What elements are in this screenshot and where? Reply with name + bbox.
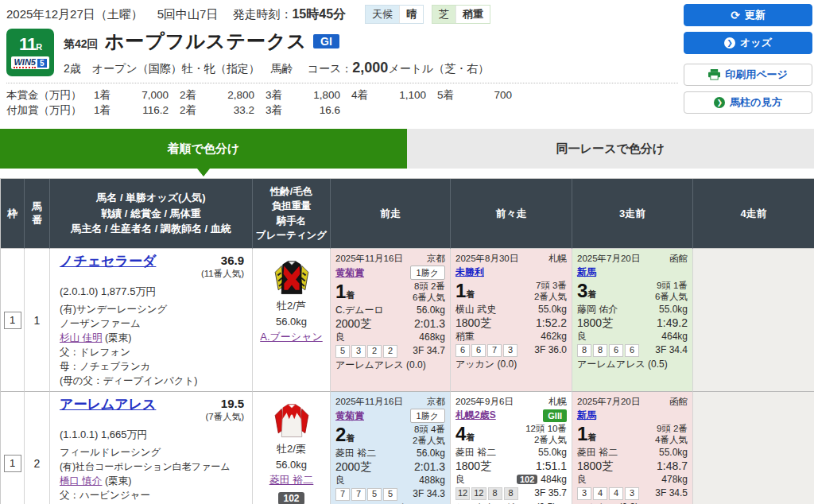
past-race-cell: 2025年7月20日函館 新馬 3着 9頭 1番6番人気 藤岡 佑介55.0kg…: [572, 249, 693, 392]
col-header-3races-ago: 3走前: [572, 179, 693, 249]
corner-positions: 7755: [335, 488, 397, 501]
profile-cell: 牡2/芦 56.0kg A.ブーシャン: [253, 249, 331, 392]
race-name: ホープフルステークス: [105, 29, 308, 54]
tab-color-by-place[interactable]: 着順で色分け: [0, 129, 407, 169]
past-race-cell: 2025年9月6日札幌 札幌2歳SGIII 4着 12頭 10番2番人気 菱田 …: [451, 392, 572, 504]
col-header-profile: 性齢/毛色負担重量騎手名ブレーティング: [253, 179, 331, 249]
frame-cell: 1: [1, 249, 25, 392]
horse-number-cell: 2: [25, 392, 50, 504]
past-race-cell-empty: [693, 392, 814, 504]
popularity: (11番人気): [201, 269, 244, 278]
print-button[interactable]: 印刷用ページ: [684, 64, 812, 86]
corner-positions: 121288: [455, 487, 518, 500]
past-race-link[interactable]: 新馬: [577, 266, 596, 279]
refresh-button[interactable]: ⟳更新: [684, 4, 812, 26]
arrow-circle-icon: ❯: [714, 97, 725, 108]
past-jockey: 藤岡 佑介: [577, 303, 618, 316]
turf-badge: 芝 稍重: [432, 5, 490, 24]
grade-badge: GI: [313, 34, 339, 48]
turf-value: 稍重: [455, 6, 490, 23]
guide-button[interactable]: ❯馬柱の見方: [684, 91, 812, 114]
race-conditions: 2歳 オープン（国際）牡・牝（指定） 馬齢 コース：2,000メートル（芝・右）: [64, 60, 489, 76]
col-header-frame: 枠: [1, 179, 25, 249]
rating-badge: 102: [517, 475, 537, 484]
past-race-link[interactable]: 黄菊賞: [335, 409, 364, 423]
past-race-cell-empty: [693, 249, 814, 392]
col-header-number: 馬番: [25, 179, 50, 249]
sire: 父：ハービンジャー: [60, 488, 244, 502]
jockey-link[interactable]: A.ブーシャン: [260, 330, 323, 344]
past-race-cell: 2025年7月20日函館 新馬 1着 9頭 2番4番人気 菱田 裕二55.0kg…: [572, 392, 693, 504]
sire: 父：ドレフォン: [60, 345, 244, 359]
race-number: 11R: [19, 36, 41, 53]
past-race-link[interactable]: 未勝利: [455, 266, 484, 279]
race-card-table: 枠 馬番 馬名 / 単勝オッズ(人気)戦績 / 総賞金 / 馬体重馬主名 / 生…: [0, 178, 814, 504]
col-header-horse: 馬名 / 単勝オッズ(人気)戦績 / 総賞金 / 馬体重馬主名 / 生産者名 /…: [50, 179, 253, 249]
weather-badge: 天候 晴: [365, 5, 424, 24]
horse-name-link[interactable]: アーレムアレス: [60, 397, 156, 412]
past-race-link[interactable]: 新馬: [577, 409, 596, 422]
corner-positions: 8866: [577, 344, 639, 357]
margin-rival: アーレムアレス (0.5): [577, 358, 688, 371]
weather-value: 晴: [399, 6, 423, 23]
past-race-link[interactable]: 札幌2歳S: [455, 409, 496, 422]
horse-info-cell: ノチェセラーダ 36.9(11番人気) (2.0.1.0) 1,877.5万円 …: [50, 249, 253, 392]
race-date: 2025年12月27日（土曜）: [6, 7, 143, 22]
race-number-badge: 11R WIN5 5: [6, 29, 54, 76]
carried-weight: 56.0kg: [276, 459, 307, 471]
carried-weight: 56.0kg: [276, 316, 307, 328]
past-jockey: 菱田 裕二: [335, 447, 376, 460]
trainer-link[interactable]: 杉山 佳明: [60, 332, 102, 343]
past-race-cell: 2025年11月16日京都 黄菊賞1勝ク 2着 8頭 4番2番人気 菱田 裕二5…: [331, 392, 451, 504]
profile-cell: 牡2/栗 56.0kg 菱田 裕二 102: [253, 392, 331, 504]
corner-positions: 6673: [455, 344, 517, 357]
odds-button[interactable]: ❯オッズ: [684, 32, 812, 54]
race-title: 第42回 ホープフルステークス GI: [64, 29, 489, 54]
meeting-info: 5回中山7日: [157, 7, 219, 22]
margin-rival: アッカン (0.0): [455, 358, 567, 371]
corner-positions: 5322: [335, 345, 397, 358]
class-badge: 1勝ク: [410, 409, 445, 423]
color-mode-tabs: 着順で色分け 同一レースで色分け: [0, 129, 814, 169]
start-time: 発走時刻：15時45分: [232, 6, 346, 23]
frame-cell: 1: [1, 392, 25, 504]
record-earnings: (1.1.0.1) 1,665万円: [60, 428, 244, 442]
past-race-link[interactable]: 黄菊賞: [335, 266, 364, 280]
margin-rival: ショウナンガルフ (0.5): [455, 501, 567, 504]
breeder-name: ノーザンファーム: [60, 316, 244, 331]
action-buttons: ⟳更新 ❯オッズ 印刷用ページ ❯馬柱の見方: [684, 4, 812, 114]
class-badge: 1勝ク: [410, 266, 445, 280]
refresh-icon: ⟳: [731, 10, 740, 21]
col-header-last-race: 前走: [331, 179, 451, 249]
past-race-cell: 2025年11月16日京都 黄菊賞1勝ク 1着 8頭 2番6番人気 C.デムーロ…: [331, 249, 451, 392]
condition-badges: 天候 晴 芝 稍重: [365, 5, 490, 24]
grade3-badge: GIII: [543, 409, 567, 422]
record-earnings: (2.0.1.0) 1,877.5万円: [60, 285, 244, 299]
trainer-link[interactable]: 橋口 慎介: [60, 475, 102, 487]
owner-name: フィールドレーシング: [60, 445, 244, 459]
past-jockey: C.デムーロ: [335, 304, 384, 317]
win-odds: 36.9: [221, 254, 244, 267]
printer-icon: [708, 69, 720, 80]
damsire: (母の父：ディープインパクト): [60, 374, 244, 388]
arrow-circle-icon: ❯: [724, 37, 735, 48]
col-header-2races-ago: 前々走: [451, 179, 572, 249]
sex-age-coat: 牡2/栗: [277, 442, 306, 456]
breeder-name: (有)社台コーポレーション白老ファーム: [60, 459, 244, 474]
horse-name-link[interactable]: ノチェセラーダ: [60, 254, 156, 269]
horse-number-cell: 1: [25, 249, 50, 392]
past-jockey: 横山 武史: [455, 303, 496, 316]
jockey-silks-icon: [273, 400, 311, 440]
tab-color-by-race[interactable]: 同一レースで色分け: [407, 129, 814, 169]
weather-label: 天候: [366, 6, 399, 23]
corner-positions: 3443: [577, 487, 639, 500]
win-odds: 19.5: [221, 397, 244, 410]
sex-age-coat: 牡2/芦: [277, 299, 306, 313]
jockey-silks-icon: [273, 257, 311, 297]
frame-number-badge: 1: [4, 312, 21, 329]
race-edition: 第42回: [64, 37, 99, 52]
past-jockey: 菱田 裕二: [577, 446, 618, 459]
margin-rival: アーレムアレス (0.0): [335, 359, 445, 372]
past-race-cell: 2025年8月30日札幌 未勝利 1着 7頭 3番2番人気 横山 武史55.0k…: [451, 249, 572, 392]
jockey-link[interactable]: 菱田 裕二: [269, 473, 314, 487]
